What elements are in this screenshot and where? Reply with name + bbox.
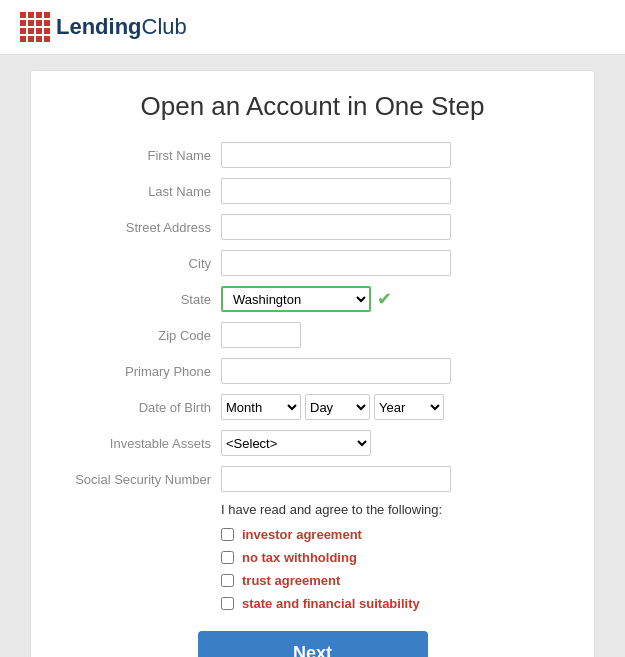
next-button[interactable]: Next	[198, 631, 428, 657]
primary-phone-label: Primary Phone	[61, 364, 221, 379]
assets-label: Investable Assets	[61, 436, 221, 451]
state-label: State	[61, 292, 221, 307]
street-address-row: Street Address	[61, 214, 564, 240]
no-tax-withholding-link[interactable]: no tax withholding	[242, 550, 357, 565]
primary-phone-input[interactable]	[221, 358, 451, 384]
investor-agreement-item: investor agreement	[221, 527, 564, 542]
street-address-label: Street Address	[61, 220, 221, 235]
app-logo: LendingClub	[56, 14, 187, 40]
trust-agreement-link[interactable]: trust agreement	[242, 573, 340, 588]
first-name-label: First Name	[61, 148, 221, 163]
agreement-title: I have read and agree to the following:	[221, 502, 564, 517]
last-name-label: Last Name	[61, 184, 221, 199]
logo-grid-icon	[20, 12, 50, 42]
dob-month-select[interactable]: MonthJanuaryFebruaryMarchAprilMayJuneJul…	[221, 394, 301, 420]
primary-phone-row: Primary Phone	[61, 358, 564, 384]
ssn-label: Social Security Number	[61, 472, 221, 487]
last-name-input[interactable]	[221, 178, 451, 204]
no-tax-withholding-checkbox[interactable]	[221, 551, 234, 564]
zip-code-label: Zip Code	[61, 328, 221, 343]
zip-code-input[interactable]	[221, 322, 301, 348]
dob-year-select[interactable]: Year202620252024202320222021202020192018…	[374, 394, 444, 420]
last-name-row: Last Name	[61, 178, 564, 204]
trust-agreement-item: trust agreement	[221, 573, 564, 588]
zip-code-row: Zip Code	[61, 322, 564, 348]
app-header: LendingClub	[0, 0, 625, 55]
first-name-input[interactable]	[221, 142, 451, 168]
assets-row: Investable Assets <Select> Under $50,000…	[61, 430, 564, 456]
page-title: Open an Account in One Step	[61, 91, 564, 122]
ssn-row: Social Security Number	[61, 466, 564, 492]
city-input[interactable]	[221, 250, 451, 276]
trust-agreement-checkbox[interactable]	[221, 574, 234, 587]
dob-label: Date of Birth	[61, 400, 221, 415]
dob-group: MonthJanuaryFebruaryMarchAprilMayJuneJul…	[221, 394, 444, 420]
state-financial-suitability-checkbox[interactable]	[221, 597, 234, 610]
first-name-row: First Name	[61, 142, 564, 168]
state-select[interactable]: AlabamaAlaskaArizonaArkansasCaliforniaCo…	[221, 286, 371, 312]
city-row: City	[61, 250, 564, 276]
assets-select[interactable]: <Select> Under $50,000 $50,000 - $99,999…	[221, 430, 371, 456]
ssn-input[interactable]	[221, 466, 451, 492]
dob-row: Date of Birth MonthJanuaryFebruaryMarchA…	[61, 394, 564, 420]
main-container: Open an Account in One Step First Name L…	[30, 70, 595, 657]
investor-agreement-link[interactable]: investor agreement	[242, 527, 362, 542]
city-label: City	[61, 256, 221, 271]
no-tax-withholding-item: no tax withholding	[221, 550, 564, 565]
agreement-section: I have read and agree to the following: …	[221, 502, 564, 611]
state-valid-icon: ✔	[377, 288, 392, 310]
state-financial-suitability-item: state and financial suitability	[221, 596, 564, 611]
street-address-input[interactable]	[221, 214, 451, 240]
dob-day-select[interactable]: Day1234567891011121314151617181920212223…	[305, 394, 370, 420]
investor-agreement-checkbox[interactable]	[221, 528, 234, 541]
state-financial-suitability-link[interactable]: state and financial suitability	[242, 596, 420, 611]
state-row: State AlabamaAlaskaArizonaArkansasCalifo…	[61, 286, 564, 312]
account-form: First Name Last Name Street Address City…	[61, 142, 564, 657]
